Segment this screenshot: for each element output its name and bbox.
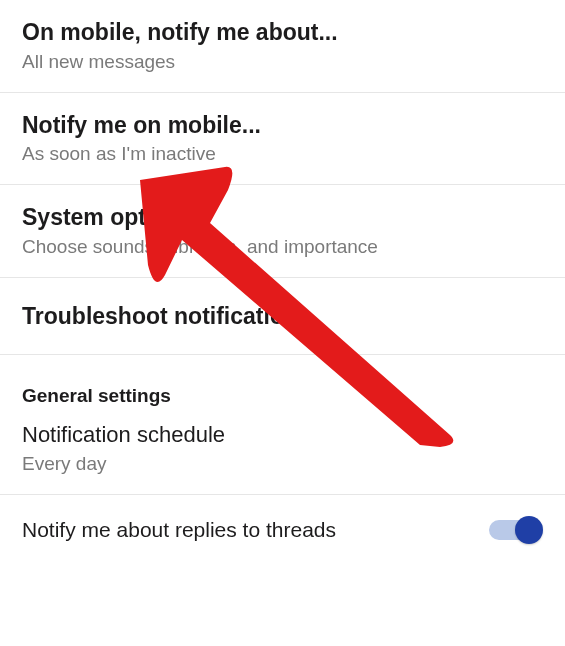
setting-troubleshoot-notifications[interactable]: Troubleshoot notifications [0, 278, 565, 356]
setting-replies-to-threads[interactable]: Notify me about replies to threads [0, 494, 565, 569]
toggle-knob [515, 516, 543, 544]
setting-title: Notify me on mobile... [22, 111, 543, 140]
threads-toggle[interactable] [489, 515, 543, 545]
setting-title: Troubleshoot notifications [22, 302, 543, 331]
settings-list: On mobile, notify me about... All new me… [0, 0, 565, 569]
setting-title: Notification schedule [22, 421, 543, 449]
setting-system-options[interactable]: System options Choose sounds, vibration,… [0, 185, 565, 278]
setting-on-mobile-notify[interactable]: On mobile, notify me about... All new me… [0, 0, 565, 93]
setting-subtitle: All new messages [22, 50, 543, 74]
setting-title: System options [22, 203, 543, 232]
setting-subtitle: As soon as I'm inactive [22, 142, 543, 166]
setting-subtitle: Choose sounds, vibration, and importance [22, 235, 543, 259]
toggle-label: Notify me about replies to threads [22, 518, 336, 542]
section-header-general: General settings [0, 355, 565, 415]
setting-subtitle: Every day [22, 452, 543, 476]
setting-notification-schedule[interactable]: Notification schedule Every day [0, 415, 565, 493]
setting-notify-me-on-mobile[interactable]: Notify me on mobile... As soon as I'm in… [0, 93, 565, 186]
setting-title: On mobile, notify me about... [22, 18, 543, 47]
